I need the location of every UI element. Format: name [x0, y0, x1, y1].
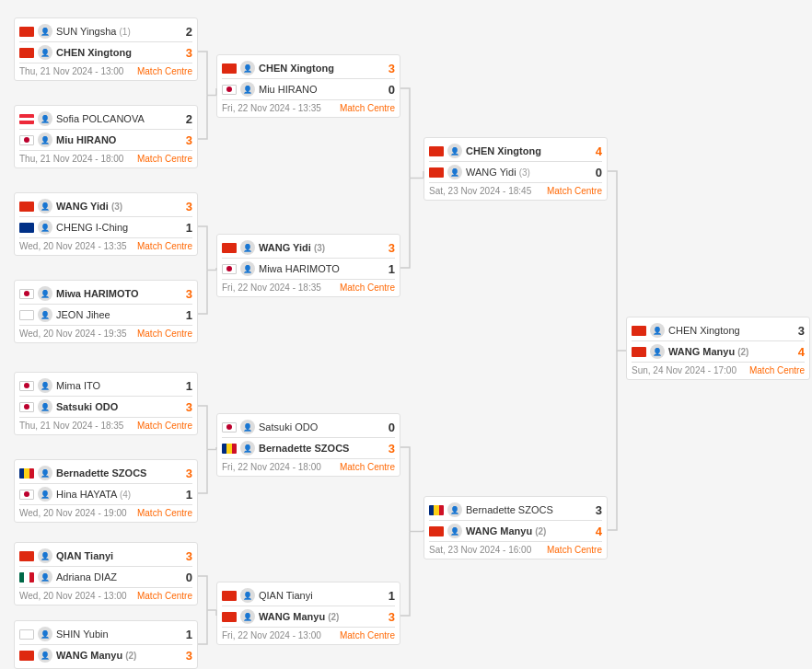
player-info: 👤 CHEN Xingtong: [222, 61, 380, 75]
match-centre-link[interactable]: Match Centre: [137, 508, 192, 518]
flag-romania: [19, 468, 34, 479]
flag-china: [632, 326, 646, 336]
match-centre-link[interactable]: Match Centre: [137, 66, 192, 76]
player-name: Mima ITO: [56, 380, 100, 391]
match-block: 👤 Bernadette SZOCS 3 👤 WANG Manyu (2) 4 …: [423, 496, 608, 559]
player-name: WANG Manyu (2): [259, 611, 339, 622]
player-info: 👤 Bernadette SZOCS: [429, 502, 587, 517]
match-centre-link[interactable]: Match Centre: [137, 591, 192, 601]
flag-china: [222, 63, 237, 74]
player-row: 👤 WANG Yidi (3) 3: [19, 196, 192, 216]
match-footer: Fri, 22 Nov 2024 - 13:35 Match Centre: [222, 100, 395, 114]
player-score: 3: [178, 649, 192, 663]
player-score: 3: [178, 400, 192, 414]
player-score: 2: [178, 25, 192, 39]
match-centre-link[interactable]: Match Centre: [340, 630, 395, 640]
match-block: 👤 CHEN Xingtong 3 👤 WANG Manyu (2) 4 Sun…: [626, 317, 810, 380]
player-score: 3: [178, 133, 192, 147]
player-name: WANG Yidi (3): [466, 167, 530, 178]
player-score: 0: [587, 166, 602, 179]
player-info: 👤 Miwa HARIMOTO: [222, 261, 380, 276]
player-row: 👤 QIAN Tianyi 3: [19, 546, 192, 566]
player-name: WANG Manyu (2): [668, 346, 748, 357]
player-info: 👤 JEON Jihee: [19, 307, 178, 322]
match-footer: Thu, 21 Nov 2024 - 13:00 Match Centre: [19, 63, 192, 77]
player-info: 👤 CHEN Xingtong: [632, 323, 790, 338]
match-centre-link[interactable]: Match Centre: [137, 329, 192, 339]
avatar: 👤: [240, 82, 255, 97]
match-date: Fri, 22 Nov 2024 - 13:35: [222, 103, 321, 113]
match-centre-link[interactable]: Match Centre: [547, 545, 602, 555]
avatar: 👤: [650, 323, 665, 338]
match-centre-link[interactable]: Match Centre: [340, 103, 395, 113]
player-score: 1: [178, 488, 192, 502]
avatar: 👤: [38, 220, 52, 235]
player-info: 👤 Mima ITO: [19, 378, 178, 393]
match-centre-link[interactable]: Match Centre: [137, 154, 192, 164]
player-info: 👤 Bernadette SZOCS: [222, 441, 380, 456]
match-block: 👤 Miwa HARIMOTO 3 👤 JEON Jihee 1 Wed, 20…: [14, 280, 198, 343]
player-score: 3: [178, 549, 192, 563]
player-name: JEON Jihee: [56, 309, 110, 320]
player-info: 👤 Bernadette SZOCS: [19, 466, 178, 480]
player-name: Bernadette SZOCS: [466, 504, 553, 515]
avatar: 👤: [38, 627, 52, 641]
player-info: 👤 Hina HAYATA (4): [19, 487, 178, 502]
match-centre-link[interactable]: Match Centre: [340, 283, 395, 293]
avatar: 👤: [240, 420, 255, 434]
match-block: 👤 CHEN Xingtong 4 👤 WANG Yidi (3) 0 Sat,…: [423, 137, 608, 201]
flag-china: [429, 146, 444, 156]
player-row: 👤 CHEN Xingtong 3: [19, 42, 192, 63]
player-row: 👤 WANG Manyu (2) 3: [222, 606, 395, 627]
match-centre-link[interactable]: Match Centre: [749, 365, 805, 375]
match-date: Thu, 21 Nov 2024 - 13:00: [19, 66, 123, 76]
player-name: QIAN Tianyi: [259, 590, 313, 601]
flag-japan: [19, 490, 34, 500]
flag-china: [19, 551, 34, 561]
player-score: 3: [178, 46, 192, 60]
player-info: 👤 CHEN Xingtong: [19, 45, 178, 60]
match-footer: Sat, 23 Nov 2024 - 18:45 Match Centre: [429, 183, 602, 197]
player-name: Satsuki ODO: [259, 421, 318, 433]
match-date: Sat, 23 Nov 2024 - 18:45: [429, 186, 531, 196]
match-date: Wed, 20 Nov 2024 - 13:00: [19, 591, 127, 601]
match-centre-link[interactable]: Match Centre: [137, 241, 192, 251]
player-info: 👤 CHENG I-Ching: [19, 220, 178, 235]
player-score: 3: [380, 610, 395, 624]
player-info: 👤 WANG Manyu (2): [222, 609, 380, 624]
player-name: CHEN Xingtong: [668, 325, 740, 336]
avatar: 👤: [240, 588, 255, 603]
player-info: 👤 Miwa HARIMOTO: [19, 286, 178, 301]
avatar: 👤: [650, 344, 665, 359]
match-centre-link[interactable]: Match Centre: [547, 186, 602, 196]
player-row: 👤 SHIN Yubin 1: [19, 624, 192, 644]
player-row: 👤 WANG Manyu (2) 4: [632, 341, 805, 362]
player-row: 👤 CHENG I-Ching 1: [19, 217, 192, 237]
match-footer: Thu, 21 Nov 2024 - 18:00 Match Centre: [19, 151, 192, 165]
avatar: 👤: [38, 487, 52, 502]
flag-austria: [19, 114, 34, 124]
player-score: 4: [790, 345, 805, 359]
flag-mexico: [19, 572, 34, 582]
match-block: 👤 QIAN Tianyi 3 👤 Adriana DIAZ 0 Wed, 20…: [14, 542, 198, 606]
player-name: Miu HIRANO: [259, 84, 318, 95]
flag-china: [222, 591, 237, 601]
player-name: QIAN Tianyi: [56, 550, 113, 561]
match-centre-link[interactable]: Match Centre: [137, 421, 192, 431]
match-date: Sun, 24 Nov 2024 - 17:00: [632, 365, 737, 375]
match-date: Fri, 22 Nov 2024 - 13:00: [222, 630, 321, 640]
match-footer: Wed, 20 Nov 2024 - 19:00 Match Centre: [19, 505, 192, 519]
match-centre-link[interactable]: Match Centre: [340, 462, 395, 472]
match-block: 👤 WANG Yidi (3) 3 👤 Miwa HARIMOTO 1 Fri,…: [216, 234, 400, 297]
player-row: 👤 Adriana DIAZ 0: [19, 567, 192, 587]
match-block: 👤 Mima ITO 1 👤 Satsuki ODO 3 Thu, 21 Nov…: [14, 372, 198, 435]
match-footer: Wed, 20 Nov 2024 - 19:35 Match Centre: [19, 326, 192, 340]
player-name: SHIN Yubin: [56, 629, 109, 640]
avatar: 👤: [38, 548, 52, 563]
player-name: CHENG I-Ching: [56, 222, 128, 233]
flag-japan: [222, 85, 237, 95]
player-row: 👤 WANG Manyu (2) 4: [429, 521, 602, 541]
player-row: 👤 Bernadette SZOCS 3: [19, 463, 192, 483]
player-name: WANG Manyu (2): [466, 525, 546, 536]
player-info: 👤 WANG Yidi (3): [222, 240, 380, 255]
